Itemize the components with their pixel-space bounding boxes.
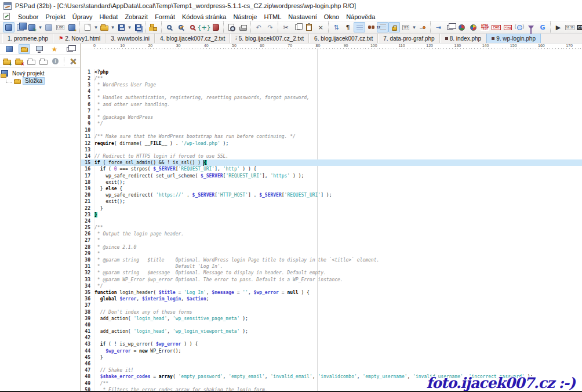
color-select-button[interactable] bbox=[456, 22, 467, 32]
log-window-button[interactable]: LOG bbox=[54, 22, 66, 32]
code-line-47[interactable]: 47 // Shake it! bbox=[81, 367, 582, 373]
code-line-8[interactable]: 8 * @package WordPress bbox=[81, 114, 582, 121]
project-new-folder-button[interactable] bbox=[27, 56, 37, 67]
chg-encoding-button[interactable]: CHG bbox=[490, 22, 502, 32]
save-file-dropdown[interactable]: ▾ bbox=[127, 22, 132, 32]
menu-item-hledat[interactable]: Hledat bbox=[96, 13, 122, 21]
code-line-31[interactable]: 31 * Default 'Log In'. bbox=[81, 263, 582, 270]
project-save-button[interactable] bbox=[43, 22, 54, 32]
project-reload-button[interactable]: ↻ bbox=[26, 22, 38, 32]
code-line-23[interactable]: 23} bbox=[81, 212, 582, 218]
code-line-18[interactable]: 18 exit(); bbox=[81, 179, 582, 186]
css-editor-button[interactable]: CSS bbox=[576, 22, 582, 32]
menu-item-html[interactable]: HTML bbox=[260, 13, 285, 21]
code-line-13[interactable]: 13 bbox=[81, 147, 582, 153]
project-settings-button[interactable] bbox=[68, 56, 78, 67]
code-line-29[interactable]: 29 * bbox=[81, 251, 582, 257]
code-line-46[interactable]: 46 bbox=[81, 361, 582, 367]
tidy-button[interactable] bbox=[514, 22, 525, 32]
menu-item-zobrazit[interactable]: Zobrazit bbox=[121, 13, 151, 21]
project-add-folder-button[interactable]: + bbox=[2, 56, 12, 67]
menu-item-nastaveni[interactable]: Nastavení bbox=[285, 13, 321, 21]
paste-button[interactable] bbox=[303, 22, 315, 32]
matching-bracket-button[interactable]: {+} bbox=[198, 22, 210, 32]
tree-item-folder[interactable]: Složka bbox=[1, 77, 79, 85]
menu-item-projekt[interactable]: Projekt bbox=[42, 13, 68, 21]
read-only-lock-button[interactable] bbox=[388, 22, 400, 32]
code-line-45[interactable]: 45 } bbox=[81, 354, 582, 361]
copy-button[interactable] bbox=[292, 22, 303, 32]
code-line-16[interactable]: 16 if ( 0 === strpos( $_SERVER['REQUEST_… bbox=[81, 166, 582, 172]
project-new-button[interactable] bbox=[3, 22, 14, 32]
save-file-button[interactable] bbox=[115, 22, 127, 32]
panel-tab-project[interactable] bbox=[3, 44, 15, 54]
spell-check-button[interactable] bbox=[365, 22, 377, 32]
search-button[interactable] bbox=[163, 22, 175, 32]
code-line-10[interactable]: 10 bbox=[81, 127, 582, 133]
code-line-36[interactable]: 36 global $error, $interim_login, $actio… bbox=[81, 296, 582, 302]
tree-item-project[interactable]: Nový projekt bbox=[1, 70, 79, 77]
filter-button[interactable] bbox=[525, 22, 537, 32]
panel-tab-files[interactable] bbox=[19, 44, 30, 54]
undo-button[interactable]: ↶ bbox=[253, 22, 264, 32]
code-line-32[interactable]: 32 * @param string $message Optional. Me… bbox=[81, 270, 582, 276]
menu-item-okno[interactable]: Okno bbox=[321, 13, 343, 21]
code-line-26[interactable]: 26 * Output the login page header. bbox=[81, 231, 582, 237]
sort-button[interactable]: ⇅ bbox=[330, 22, 342, 32]
project-copy-button[interactable] bbox=[14, 22, 26, 32]
code-line-44[interactable]: 44 $wp_error = new WP_Error(); bbox=[81, 348, 582, 354]
text-diff-button[interactable] bbox=[444, 22, 456, 32]
new-file-dropdown[interactable]: ▾ bbox=[93, 22, 99, 32]
new-file-button[interactable] bbox=[82, 22, 93, 32]
tab-novy1-html[interactable]: ⚑2. Novy1.html bbox=[53, 34, 106, 43]
project-info-button[interactable]: i bbox=[50, 56, 60, 67]
goto-line-button[interactable]: 10:10 bbox=[564, 22, 576, 32]
code-line-1[interactable]: 1<?php bbox=[81, 69, 582, 75]
code-browser-button[interactable] bbox=[210, 22, 221, 32]
tab-wwwtools-ini[interactable]: 3. wwwtools.ini bbox=[106, 34, 155, 43]
redo-button[interactable]: ↷ bbox=[264, 22, 276, 32]
document-system-icon[interactable] bbox=[3, 13, 10, 20]
code-line-12[interactable]: 12require( dirname( __FILE__ ) . '/wp-lo… bbox=[81, 140, 582, 147]
tab-index-php[interactable]: 8. index.php bbox=[440, 34, 487, 43]
run-script-button[interactable]: ▶ bbox=[552, 22, 564, 32]
show-formatting-button[interactable]: ¶ bbox=[342, 22, 354, 32]
open-file-dropdown[interactable]: ▾ bbox=[110, 22, 115, 32]
indent-button[interactable]: ⇥ bbox=[432, 22, 444, 32]
code-line-28[interactable]: 28 * @since 2.1.0 bbox=[81, 244, 582, 251]
code-line-39[interactable]: 39 add_action( 'login_head', 'wp_sensiti… bbox=[81, 315, 582, 322]
line-numbers-button[interactable] bbox=[377, 22, 388, 32]
menu-item-kodova-stranka[interactable]: Kódová stránka bbox=[179, 13, 230, 21]
search-replace-button[interactable] bbox=[175, 22, 187, 32]
code-line-37[interactable]: 37 bbox=[81, 302, 582, 308]
code-line-14[interactable]: 14// Redirect to HTTPS login if forced t… bbox=[81, 153, 582, 159]
tab-promene-php[interactable]: 1. promene.php bbox=[2, 34, 53, 43]
tab-wp-login-php[interactable]: 9. wp-login.php bbox=[486, 34, 541, 43]
panel-tab-favorites[interactable]: ★ bbox=[49, 44, 60, 54]
code-line-30[interactable]: 30 * @param string $title Optional. Word… bbox=[81, 257, 582, 263]
menu-item-upravy[interactable]: Úpravy bbox=[69, 13, 96, 21]
menu-item-soubor[interactable]: Soubor bbox=[14, 13, 42, 21]
code-area[interactable]: 1<?php2/**3 * WordPress User Page4 *5 * … bbox=[81, 49, 582, 392]
code-line-5[interactable]: 5 * Handles authentication, registering,… bbox=[81, 95, 582, 101]
code-line-27[interactable]: 27 * bbox=[81, 237, 582, 244]
char-table-dropdown[interactable]: ▾ bbox=[412, 22, 417, 32]
code-line-11[interactable]: 11/** Make sure that the WordPress boots… bbox=[81, 133, 582, 140]
code-explorer-button[interactable] bbox=[148, 22, 159, 32]
panel-tab-ftp[interactable] bbox=[34, 44, 45, 54]
panel-tab-windows[interactable] bbox=[64, 44, 75, 54]
search-in-files-button[interactable] bbox=[187, 22, 198, 32]
code-line-25[interactable]: 25/** bbox=[81, 224, 582, 231]
word-wrap-button[interactable] bbox=[354, 22, 365, 32]
code-line-6[interactable]: 6 * and other user handling. bbox=[81, 101, 582, 108]
strip-tags-button[interactable]: <tag bbox=[502, 22, 514, 32]
open-file-button[interactable] bbox=[99, 22, 110, 32]
google-search-button[interactable]: G bbox=[537, 22, 548, 32]
code-line-24[interactable]: 24 bbox=[81, 218, 582, 224]
code-editor[interactable]: 0102030405060708090100110120130140150160… bbox=[81, 43, 582, 392]
code-line-9[interactable]: 9 */ bbox=[81, 121, 582, 127]
project-remove-folder-button[interactable]: × bbox=[14, 56, 24, 67]
project-lock-button[interactable]: ● bbox=[66, 22, 78, 32]
project-open-folder-button[interactable] bbox=[38, 56, 48, 67]
code-line-38[interactable]: 38 // Don't index any of these forms bbox=[81, 309, 582, 315]
